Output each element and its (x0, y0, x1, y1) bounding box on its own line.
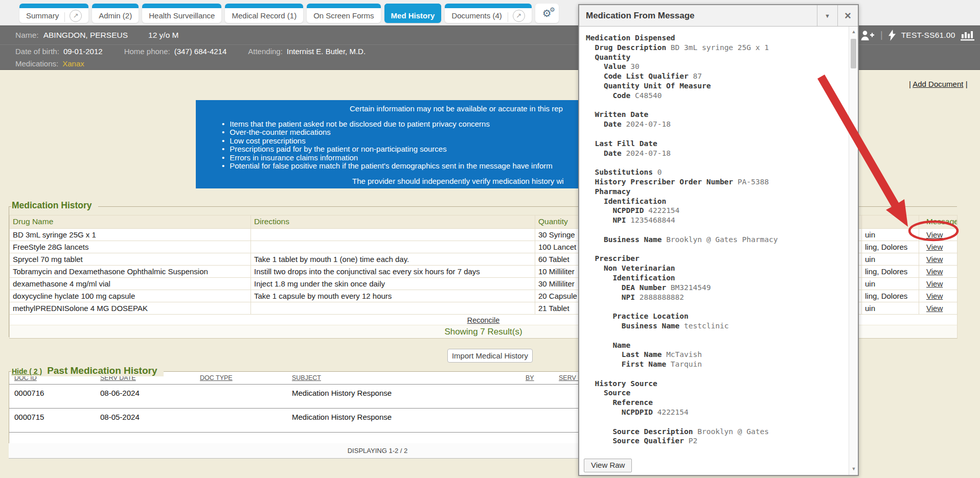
modal-data-line: History Prescriber Order Number PA-5388 (586, 177, 848, 187)
tab-label: Summary (26, 11, 59, 20)
col-header-subject[interactable]: SUBJECT (287, 374, 520, 384)
directions-cell: Instill two drops into the conjunctival … (251, 266, 535, 278)
message-cell: View (919, 302, 958, 315)
view-raw-button[interactable]: View Raw (584, 459, 632, 472)
drug-name-cell: Tobramycin and Dexamethasone Ophthalmic … (9, 266, 251, 278)
modal-blank-line (586, 129, 848, 139)
ehr-med-history-screen: Summary↗Admin (2)Health SurveillanceMedi… (0, 0, 980, 478)
modal-data-line: Identification (586, 197, 848, 206)
chevron-down-icon: ▼ (825, 13, 830, 19)
scroll-down-icon[interactable]: ▼ (849, 466, 858, 471)
view-message-link[interactable]: View (926, 279, 943, 288)
import-medical-history-button[interactable]: Import Medical History (447, 349, 533, 363)
col-header-by[interactable]: BY (520, 374, 554, 384)
lightning-icon[interactable] (888, 30, 896, 41)
modal-data-line: History Source (586, 379, 848, 389)
advisory-heading: Certain information may not be available… (350, 104, 563, 113)
tab-medical-record-1[interactable]: Medical Record (1) (225, 4, 303, 23)
reconcile-link[interactable]: Reconcile (467, 316, 500, 324)
medication-from-message-modal: Medication From Message ▼ × Medication D… (578, 4, 859, 476)
modal-data-line: Practice Location (586, 312, 848, 321)
workstation-id: TEST-SS61.00 (901, 31, 955, 40)
tab-bar-tabs: Summary↗Admin (2)Health SurveillanceMedi… (19, 4, 559, 23)
modal-title-bar[interactable]: Medication From Message ▼ × (579, 5, 858, 27)
tab-label: On Screen Forms (313, 11, 374, 20)
tab-summary[interactable]: Summary↗ (19, 4, 88, 23)
by-cell (520, 409, 554, 432)
modal-collapse-button[interactable]: ▼ (817, 5, 837, 26)
banner-divider: | (880, 30, 883, 40)
modal-close-button[interactable]: × (837, 5, 858, 26)
message-cell: View (919, 241, 958, 253)
modal-data-line: Last Name McTavish (586, 350, 848, 360)
by-cell (520, 385, 554, 408)
directions-cell: Inject 1.8 mg under the skin once daily (251, 278, 535, 290)
modal-data-line: Source Qualifier P2 (586, 436, 848, 446)
hide-link[interactable]: Hide ( 2 ) (12, 367, 42, 375)
directions-cell: Take 1 capsule by mouth every 12 hours (251, 290, 535, 302)
modal-data-line: Medication Dispensed (586, 33, 848, 43)
view-message-link[interactable]: View (926, 292, 943, 300)
settings-button[interactable]: ⚙⚙ (535, 4, 559, 23)
modal-data-line: Quantity (586, 53, 848, 62)
drug-name-cell: methylPREDNISolone 4 MG DOSEPAK (9, 302, 251, 315)
view-message-link[interactable]: View (926, 267, 943, 276)
circled-arrow-icon[interactable]: ↗ (513, 10, 525, 22)
tab-med-history[interactable]: Med History (384, 4, 442, 23)
col-header-drug-name[interactable]: Drug Name (9, 215, 251, 229)
modal-scrollbar[interactable]: ▲ ▼ (849, 27, 858, 475)
close-icon: × (845, 9, 851, 22)
modal-data-line: Last Fill Date (586, 139, 848, 149)
add-document: | Add Document | (909, 80, 968, 88)
message-cell: View (919, 290, 958, 302)
modal-blank-line (586, 369, 848, 379)
advisory-footer: The provider should independently verify… (352, 177, 564, 185)
message-cell: View (919, 266, 958, 278)
drug-name-cell: dexamethasone 4 mg/ml vial (9, 278, 251, 290)
gear-small-icon: ⚙ (550, 6, 555, 13)
col-header-prescriber (862, 215, 919, 229)
col-header-doc-type[interactable]: DOC TYPE (195, 374, 287, 384)
modal-data-line: Drug Description BD 3mL syringe 25G x 1 (586, 43, 848, 53)
modal-data-line: Non Veterinarian (586, 264, 848, 273)
medications-value[interactable]: Xanax (62, 59, 84, 68)
tab-admin-2[interactable]: Admin (2) (92, 4, 139, 23)
view-message-link[interactable]: View (926, 255, 943, 264)
advisory-bullet: Prescriptions paid for by the patient or… (222, 145, 553, 153)
tab-label: Med History (391, 11, 435, 20)
add-user-icon[interactable] (860, 30, 875, 41)
modal-title: Medication From Message (579, 5, 817, 26)
view-message-link[interactable]: View (926, 230, 943, 239)
patient-name: ABINGDON, PERSEUS (43, 31, 128, 40)
scrollbar-thumb[interactable] (851, 39, 856, 68)
modal-blank-line (586, 417, 848, 427)
modal-blank-line (586, 331, 848, 341)
col-header-directions[interactable]: Directions (251, 215, 535, 229)
subject-cell: Medication History Response (287, 385, 520, 408)
circled-arrow-icon[interactable]: ↗ (70, 10, 82, 22)
tab-health-surveillance[interactable]: Health Surveillance (142, 4, 221, 23)
tab-divider (64, 12, 65, 22)
medication-history-title: Medication History (11, 200, 98, 211)
prescriber-cell: ling, Dolores (862, 241, 919, 253)
chart-icon[interactable] (961, 29, 975, 41)
past-medication-history-title: Hide ( 2 ) Past Medication History (11, 365, 164, 376)
view-message-link[interactable]: View (926, 243, 943, 251)
modal-body: Medication DispensedDrug Description BD … (579, 27, 858, 475)
message-cell: View (919, 253, 958, 266)
col-header-message: Message (919, 215, 958, 229)
patient-phone: (347) 684-4214 (174, 47, 227, 56)
drug-name-cell: Sprycel 70 mg tablet (9, 253, 251, 266)
directions-cell (251, 302, 535, 315)
advisory-bullet-list: Items that the patient asked not be disc… (222, 120, 553, 170)
modal-data-line: Substitutions 0 (586, 168, 848, 177)
patient-age-sex: 12 y/o M (148, 31, 178, 40)
tab-documents-4[interactable]: Documents (4)↗ (445, 4, 531, 23)
add-document-link[interactable]: Add Document (913, 80, 963, 88)
tab-on-screen-forms[interactable]: On Screen Forms (307, 4, 380, 23)
scroll-up-icon[interactable]: ▲ (849, 29, 858, 34)
modal-data-line: Code C48540 (586, 91, 848, 101)
view-message-link[interactable]: View (926, 304, 943, 313)
doc-type-cell (195, 385, 287, 408)
modal-blank-line (586, 225, 848, 235)
